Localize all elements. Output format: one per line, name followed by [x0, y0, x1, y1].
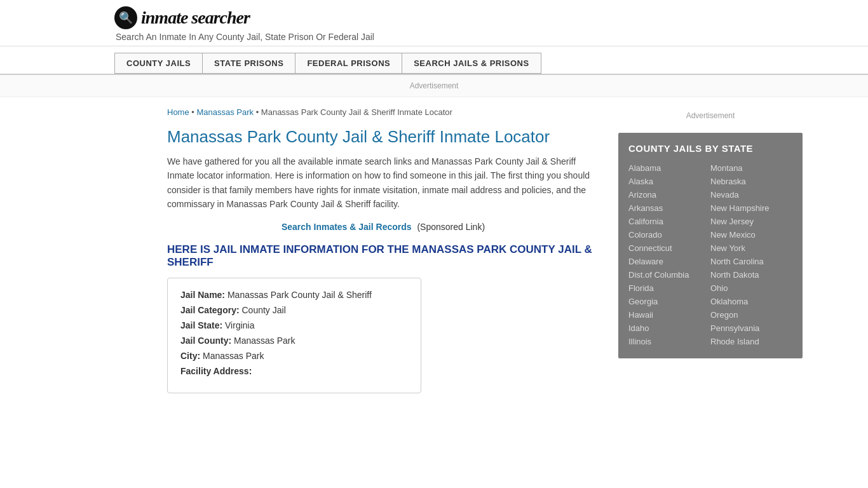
state-link[interactable]: Arizona	[628, 188, 710, 201]
breadcrumb-current: Manassas Park County Jail & Sheriff Inma…	[261, 107, 452, 117]
logo-icon: 🔍	[114, 6, 137, 29]
jail-city-value: Manassas Park	[203, 351, 264, 361]
state-link[interactable]: Illinois	[628, 335, 710, 348]
state-link[interactable]: Nevada	[710, 188, 792, 201]
main-layout: Home • Manassas Park • Manassas Park Cou…	[53, 97, 815, 406]
sponsored-link-container: Search Inmates & Jail Records (Sponsored…	[167, 222, 599, 232]
intro-text: We have gathered for you all the availab…	[167, 154, 599, 212]
logo-text-part1: inmate	[141, 8, 187, 27]
jail-category-label: Jail Category:	[180, 305, 240, 315]
state-link[interactable]: Delaware	[628, 255, 710, 268]
nav-state-prisons[interactable]: STATE PRISONS	[202, 53, 295, 74]
breadcrumb-home[interactable]: Home	[167, 107, 189, 117]
jail-city-label: City:	[180, 351, 200, 361]
jail-name-value: Manassas Park County Jail & Sheriff	[227, 290, 372, 300]
state-link[interactable]: Colorado	[628, 228, 710, 241]
jail-state-row: Jail State: Virginia	[180, 320, 408, 330]
header: 🔍 inmate searcher Search An Inmate In An…	[0, 0, 868, 46]
logo-text: inmate searcher	[141, 8, 250, 28]
state-link[interactable]: North Dakota	[710, 268, 792, 281]
state-link[interactable]: New Mexico	[710, 228, 792, 241]
sidebar-ad: Advertisement	[618, 107, 803, 124]
state-link[interactable]: Montana	[710, 161, 792, 175]
state-link[interactable]: New York	[710, 241, 792, 255]
sidebar: Advertisement COUNTY JAILS BY STATE Alab…	[618, 97, 803, 393]
nav-federal-prisons[interactable]: FEDERAL PRISONS	[295, 53, 402, 74]
tagline: Search An Inmate In Any County Jail, Sta…	[116, 32, 855, 42]
content-area: Home • Manassas Park • Manassas Park Cou…	[167, 97, 618, 393]
jail-detail-box: Jail Name: Manassas Park County Jail & S…	[167, 278, 421, 393]
jail-county-value: Manassas Park	[234, 336, 295, 346]
state-link[interactable]: Florida	[628, 281, 710, 295]
jail-category-row: Jail Category: County Jail	[180, 305, 408, 315]
jail-city-row: City: Manassas Park	[180, 351, 408, 361]
breadcrumb-city[interactable]: Manassas Park	[196, 107, 254, 117]
state-link[interactable]: Arkansas	[628, 201, 710, 215]
jail-info-heading: HERE IS JAIL INMATE INFORMATION FOR THE …	[167, 243, 599, 269]
state-link[interactable]: Pennsylvania	[710, 322, 792, 335]
state-link[interactable]: Georgia	[628, 295, 710, 308]
breadcrumb: Home • Manassas Park • Manassas Park Cou…	[167, 107, 599, 117]
state-link[interactable]: Alabama	[628, 161, 710, 175]
jail-state-label: Jail State:	[180, 320, 222, 330]
state-link[interactable]: New Jersey	[710, 215, 792, 228]
state-link[interactable]: Ohio	[710, 281, 792, 295]
jail-address-label: Facility Address:	[180, 366, 252, 376]
state-link[interactable]: Rhode Island	[710, 335, 792, 348]
nav-county-jails[interactable]: COUNTY JAILS	[114, 53, 202, 74]
state-link[interactable]: North Carolina	[710, 255, 792, 268]
state-box: COUNTY JAILS BY STATE AlabamaAlaskaArizo…	[618, 133, 803, 358]
state-link[interactable]: Connecticut	[628, 241, 710, 255]
jail-category-value: County Jail	[241, 305, 285, 315]
state-col-left: AlabamaAlaskaArizonaArkansasCaliforniaCo…	[628, 161, 710, 348]
page-title: Manassas Park County Jail & Sheriff Inma…	[167, 127, 599, 147]
state-link[interactable]: Dist.of Columbia	[628, 268, 710, 281]
state-col-right: MontanaNebraskaNevadaNew HampshireNew Je…	[710, 161, 792, 348]
state-link[interactable]: California	[628, 215, 710, 228]
jail-county-row: Jail County: Manassas Park	[180, 336, 408, 346]
ad-bar: Advertisement	[0, 75, 868, 97]
logo-text-part2: searcher	[191, 8, 250, 27]
jail-name-row: Jail Name: Manassas Park County Jail & S…	[180, 290, 408, 300]
jail-county-label: Jail County:	[180, 336, 231, 346]
state-link[interactable]: Oregon	[710, 308, 792, 322]
logo-area: 🔍 inmate searcher	[114, 6, 855, 29]
sponsored-link[interactable]: Search Inmates & Jail Records	[281, 222, 412, 232]
state-link[interactable]: Alaska	[628, 175, 710, 188]
jail-name-label: Jail Name:	[180, 290, 225, 300]
state-box-title: COUNTY JAILS BY STATE	[628, 143, 792, 154]
sponsored-label: (Sponsored Link)	[417, 222, 485, 232]
jail-address-row: Facility Address:	[180, 366, 408, 376]
state-link[interactable]: Hawaii	[628, 308, 710, 322]
main-nav: COUNTY JAILS STATE PRISONS FEDERAL PRISO…	[0, 46, 868, 75]
jail-state-value: Virginia	[225, 320, 254, 330]
nav-search-jails[interactable]: SEARCH JAILS & PRISONS	[402, 53, 541, 74]
state-link[interactable]: Nebraska	[710, 175, 792, 188]
state-columns: AlabamaAlaskaArizonaArkansasCaliforniaCo…	[628, 161, 792, 348]
state-link[interactable]: New Hampshire	[710, 201, 792, 215]
state-link[interactable]: Oklahoma	[710, 295, 792, 308]
state-link[interactable]: Idaho	[628, 322, 710, 335]
